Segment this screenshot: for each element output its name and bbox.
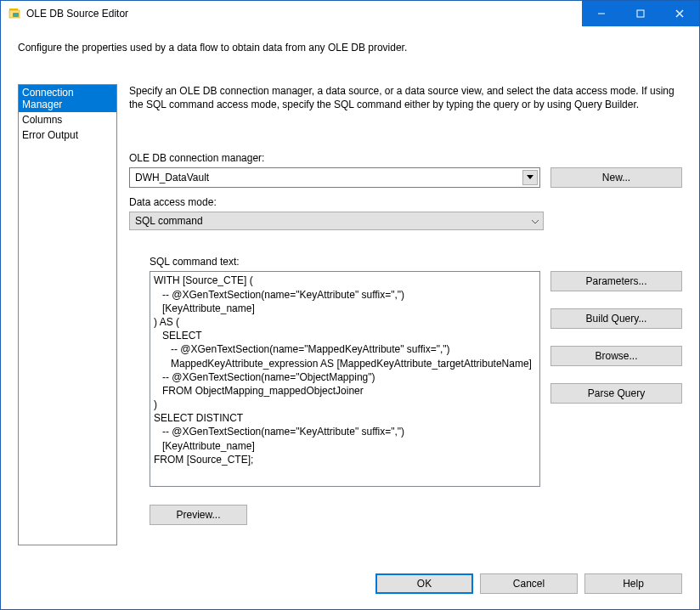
content-pane: Specify an OLE DB connection manager, a … bbox=[129, 84, 682, 545]
sidebar-item-columns[interactable]: Columns bbox=[19, 112, 116, 127]
footer: OK Cancel Help bbox=[375, 573, 682, 594]
conn-manager-select[interactable]: DWH_DataVault bbox=[129, 167, 540, 188]
maximize-button[interactable] bbox=[621, 1, 660, 26]
titlebar: OLE DB Source Editor bbox=[1, 1, 699, 26]
new-button[interactable]: New... bbox=[550, 167, 682, 188]
window-title: OLE DB Source Editor bbox=[26, 8, 582, 20]
build-query-button[interactable]: Build Query... bbox=[550, 308, 682, 329]
dropdown-icon bbox=[522, 170, 538, 185]
preview-button[interactable]: Preview... bbox=[150, 505, 247, 525]
svg-rect-0 bbox=[13, 13, 19, 17]
conn-manager-label: OLE DB connection manager: bbox=[129, 152, 682, 164]
svg-rect-2 bbox=[637, 10, 644, 17]
sidebar-item-connection-manager[interactable]: Connection Manager bbox=[19, 85, 116, 112]
chevron-down-icon bbox=[531, 215, 539, 227]
data-mode-label: Data access mode: bbox=[129, 196, 682, 208]
data-mode-value: SQL command bbox=[135, 215, 203, 227]
window-controls bbox=[582, 1, 699, 26]
close-button[interactable] bbox=[660, 1, 699, 26]
cancel-button[interactable]: Cancel bbox=[480, 573, 578, 594]
app-icon bbox=[8, 7, 21, 20]
svg-marker-5 bbox=[527, 175, 533, 179]
ok-button[interactable]: OK bbox=[375, 573, 473, 594]
conn-manager-value: DWH_DataVault bbox=[135, 172, 209, 184]
parse-query-button[interactable]: Parse Query bbox=[550, 383, 682, 404]
parameters-button[interactable]: Parameters... bbox=[550, 271, 682, 291]
data-mode-select[interactable]: SQL command bbox=[129, 212, 544, 230]
sidebar-item-error-output[interactable]: Error Output bbox=[19, 127, 116, 143]
dialog-description: Configure the properties used by a data … bbox=[1, 26, 699, 60]
content-intro: Specify an OLE DB connection manager, a … bbox=[129, 84, 682, 111]
help-button[interactable]: Help bbox=[584, 573, 682, 594]
browse-button[interactable]: Browse... bbox=[550, 346, 682, 366]
sidebar: Connection Manager Columns Error Output bbox=[18, 84, 117, 545]
minimize-button[interactable] bbox=[582, 1, 621, 26]
sql-text-label: SQL command text: bbox=[129, 256, 540, 268]
sql-command-text[interactable] bbox=[150, 271, 540, 487]
